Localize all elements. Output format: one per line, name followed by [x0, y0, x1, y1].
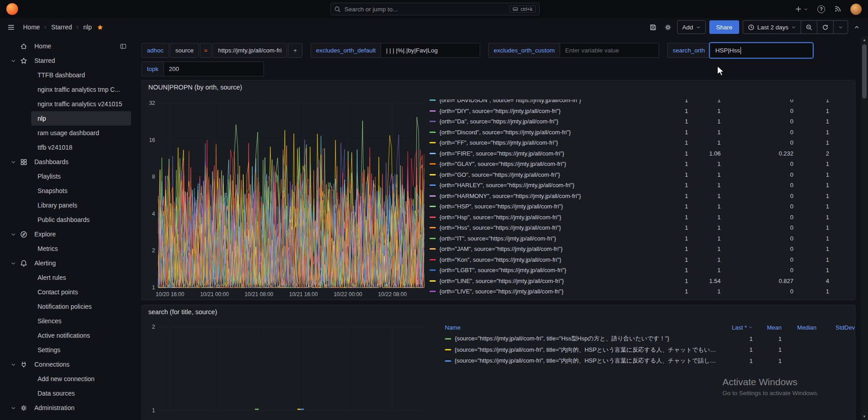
panel-title[interactable]: NOUN|PROPN (by orth, source) [142, 80, 855, 94]
sidebar-item-nlp[interactable]: nlp [31, 111, 131, 126]
help-button[interactable]: ? [817, 5, 825, 13]
sidebar-item-data-sources[interactable]: Data sources [31, 386, 131, 401]
share-button[interactable]: Share [709, 20, 739, 34]
chevron-down-icon[interactable] [6, 231, 20, 237]
legend-row-harley[interactable]: {orth="HARLEY", source="https://jmty.jp/… [429, 180, 829, 191]
table-header-stddev[interactable]: StdDev [816, 324, 855, 331]
mega-menu-toggle[interactable] [6, 23, 16, 32]
chevron-down-icon[interactable] [6, 405, 20, 411]
sidebar-item-nginx-traffic-analytics-v241015[interactable]: nginx traffic analytics v241015 [31, 97, 131, 111]
legend-series-label[interactable]: {orth="Hss", source="https://jmty.jp/all… [439, 224, 665, 231]
legend-series-label[interactable]: {orth="IT", source="https://jmty.jp/all/… [439, 235, 665, 242]
legend-series-label[interactable]: {orth="HSP", source="https://jmty.jp/all… [439, 203, 665, 210]
legend-series-label[interactable]: {orth="FIRE", source="https://jmty.jp/al… [439, 150, 665, 157]
chevron-down-icon[interactable] [6, 58, 20, 64]
zoom-out-button[interactable] [801, 20, 817, 34]
legend-series-label[interactable]: {orth="Da", source="https://jmty.jp/all/… [439, 118, 665, 125]
sidebar-item-notification-policies[interactable]: Notification policies [31, 299, 131, 314]
search-orth-input[interactable]: HSP|Hss [710, 43, 813, 58]
sidebar-item-ram-usage-dashboard[interactable]: ram usage dashboard [31, 126, 131, 140]
favorite-star-icon[interactable] [97, 24, 104, 31]
time-range-picker[interactable]: Last 2 days [743, 20, 801, 34]
legend-series-label[interactable]: {orth="DAVIDSON", source="https://jmty.j… [439, 99, 665, 104]
grafana-logo[interactable] [6, 3, 18, 15]
legend-row-line[interactable]: {orth="LINE", source="https://jmty.jp/al… [429, 276, 829, 287]
table-header-last[interactable]: Last * [721, 324, 753, 331]
sidebar-item-connections[interactable]: Connections [3, 357, 131, 372]
breadcrumb-starred[interactable]: Starred [51, 24, 72, 31]
legend-row-discord[interactable]: {orth="Discord", source="https://jmty.jp… [429, 127, 829, 138]
sidebar-item-starred[interactable]: Starred [3, 53, 131, 68]
legend-row-lgbt[interactable]: {orth="LGBT", source="https://jmty.jp/al… [429, 265, 829, 276]
sidebar-item-settings[interactable]: Settings [31, 343, 131, 357]
table-header-mean[interactable]: Mean [753, 324, 782, 331]
legend-row-kon[interactable]: {orth="Kon", source="https://jmty.jp/all… [429, 255, 829, 265]
sidebar-item-snapshots[interactable]: Snapshots [31, 184, 131, 198]
legend-series-label[interactable]: {orth="FF", source="https://jmty.jp/all/… [439, 139, 665, 146]
adhoc-filter-add-button[interactable]: + [288, 43, 302, 58]
main-scrollbar[interactable]: ▲ ▼ [861, 36, 868, 420]
legend-series-label[interactable]: {orth="JAM", source="https://jmty.jp/all… [439, 245, 665, 252]
save-dashboard-button[interactable] [647, 22, 659, 33]
breadcrumb-current[interactable]: nlp [83, 24, 92, 31]
topk-input[interactable]: 200 [164, 61, 264, 76]
add-button[interactable]: Add [677, 20, 706, 34]
legend-row-hsp[interactable]: {orth="HSP", source="https://jmty.jp/all… [429, 201, 829, 212]
sidebar-item-ttfb-dashboard[interactable]: TTFB dashboard [31, 68, 131, 82]
chevron-down-icon[interactable] [6, 159, 20, 165]
collapse-controls-button[interactable] [852, 22, 862, 32]
legend-series-label[interactable]: {orth="GLAY", source="https://jmty.jp/al… [439, 160, 665, 167]
scrollbar-thumb[interactable] [862, 44, 867, 99]
sidebar-item-active-notifications[interactable]: Active notifications [31, 328, 131, 343]
user-avatar[interactable] [850, 4, 862, 15]
legend-row-it[interactable]: {orth="IT", source="https://jmty.jp/all/… [429, 233, 829, 244]
sidebar-nav[interactable]: HomeStarredTTFB dashboardnginx traffic a… [0, 36, 136, 420]
legend-series-label[interactable]: {orth="LIVE", source="https://jmty.jp/al… [439, 288, 665, 295]
legend-row-jam[interactable]: {orth="JAM", source="https://jmty.jp/all… [429, 244, 829, 255]
sidebar-item-metrics[interactable]: Metrics [31, 241, 131, 256]
excludes-orth-default-input[interactable]: | | | |%|.|by|Fav|Log [381, 43, 480, 58]
news-button[interactable] [834, 5, 841, 13]
legend-row-diy[interactable]: {orth="DIY", source="https://jmty.jp/all… [429, 106, 829, 117]
legend-series-label[interactable]: {orth="DIY", source="https://jmty.jp/all… [439, 108, 665, 114]
legend-series-label[interactable]: {orth="Hsp", source="https://jmty.jp/all… [439, 214, 665, 221]
timeseries-chart-small[interactable]: 21 [142, 319, 425, 420]
scroll-down-arrow[interactable]: ▼ [861, 413, 868, 420]
table-row[interactable]: {source="https://jmty.jp/all/com-fri", t… [445, 344, 855, 356]
legend-series-label[interactable]: {orth="GO", source="https://jmty.jp/all/… [439, 171, 665, 178]
chart-legend[interactable]: {orth="DAVIDSON", source="https://jmty.j… [429, 99, 855, 297]
legend-series-label[interactable]: {orth="LGBT", source="https://jmty.jp/al… [439, 267, 665, 274]
legend-series-label[interactable]: {orth="Kon", source="https://jmty.jp/all… [439, 256, 665, 263]
legend-row-davidson[interactable]: {orth="DAVIDSON", source="https://jmty.j… [429, 99, 829, 106]
adhoc-filter-value[interactable]: https://jmty.jp/all/com-fri [212, 43, 287, 58]
sidebar-item-playlists[interactable]: Playlists [31, 169, 131, 184]
search-input[interactable]: Search or jump to... ctrl+k [330, 3, 540, 15]
legend-row-da[interactable]: {orth="Da", source="https://jmty.jp/all/… [429, 116, 829, 127]
legend-row-ff[interactable]: {orth="FF", source="https://jmty.jp/all/… [429, 137, 829, 148]
sidebar-item-silences[interactable]: Silences [31, 314, 131, 328]
sidebar-item-add-new-connection[interactable]: Add new connection [31, 372, 131, 386]
dock-menu-icon[interactable] [120, 43, 127, 50]
legend-series-label[interactable]: {orth="HARMONY", source="https://jmty.jp… [439, 193, 665, 199]
legend-series-label[interactable]: {orth="LINE", source="https://jmty.jp/al… [439, 278, 665, 284]
sidebar-item-explore[interactable]: Explore [3, 227, 131, 241]
table-row[interactable]: {source="https://jmty.jp/all/com-fri", t… [445, 355, 855, 367]
legend-series-label[interactable]: {orth="Discord", source="https://jmty.jp… [439, 129, 665, 136]
table-row[interactable]: {source="https://jmty.jp/all/com-fri", t… [445, 333, 855, 344]
sidebar-item-administration[interactable]: Administration [3, 401, 131, 415]
chevron-down-icon[interactable] [6, 362, 20, 368]
legend-row-hss[interactable]: {orth="Hss", source="https://jmty.jp/all… [429, 222, 829, 233]
sidebar-item-library-panels[interactable]: Library panels [31, 198, 131, 212]
adhoc-filter-key[interactable]: source [170, 43, 199, 58]
panel-title[interactable]: search (for title, source) [142, 305, 855, 319]
refresh-interval-button[interactable] [833, 20, 848, 34]
sidebar-item-alert-rules[interactable]: Alert rules [31, 270, 131, 285]
legend-row-hsp[interactable]: {orth="Hsp", source="https://jmty.jp/all… [429, 212, 829, 223]
sidebar-item-public-dashboards[interactable]: Public dashboards [31, 212, 131, 227]
legend-series-label[interactable]: {orth="HARLEY", source="https://jmty.jp/… [439, 182, 665, 189]
legend-row-fire[interactable]: {orth="FIRE", source="https://jmty.jp/al… [429, 148, 829, 159]
legend-row-live[interactable]: {orth="LIVE", source="https://jmty.jp/al… [429, 286, 829, 297]
sidebar-item-home[interactable]: Home [3, 39, 131, 53]
breadcrumb-home[interactable]: Home [23, 24, 40, 31]
table-header-name[interactable]: Name [445, 324, 721, 331]
